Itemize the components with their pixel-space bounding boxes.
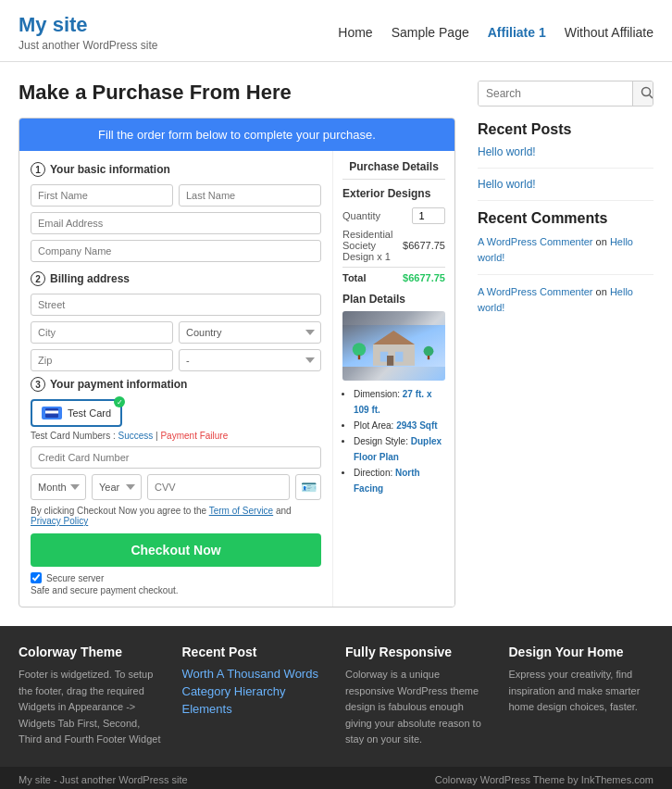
last-name-input[interactable] [179,184,321,207]
footer-post-link-2[interactable]: Elements [182,702,328,716]
svg-rect-6 [380,352,388,362]
plan-detail-3: Direction: North Facing [354,465,445,496]
section1-title: 1 Your basic information [31,162,321,177]
terms-note: By clicking Checkout Now you agree to th… [31,506,321,526]
site-header: My site Just another WordPress site Home… [0,0,672,62]
site-branding: My site Just another WordPress site [19,13,158,52]
plan-detail-1: Plot Area: 2943 Sqft [354,418,445,433]
item-label: Residential Society Design x 1 [342,229,403,262]
svg-rect-4 [373,344,415,366]
first-name-input[interactable] [31,184,173,207]
main-content: Make a Purchase From Here Fill the order… [19,81,455,607]
section2-num: 2 [31,271,45,286]
privacy-link[interactable]: Privacy Policy [31,516,88,526]
site-tagline: Just another WordPress site [19,39,158,52]
footer-col2-title: Recent Post [182,645,328,659]
secure-label: Secure server [46,573,104,583]
search-input[interactable] [479,81,632,106]
svg-point-13 [642,87,651,95]
footer-main: Colorway Theme Footer is widgetized. To … [0,626,672,767]
comment-author-0[interactable]: A WordPress Commenter [478,236,593,247]
comment-author-1[interactable]: A WordPress Commenter [478,286,593,297]
quantity-input[interactable] [412,207,445,224]
section2-label: Billing address [50,272,130,285]
page-title: Make a Purchase From Here [19,81,455,105]
svg-point-9 [353,343,366,356]
footer-bottom: My site - Just another WordPress site Co… [0,767,672,789]
sidebar: Recent Posts Hello world! Hello world! R… [478,81,653,607]
section3-title: 3 Your payment information [31,377,321,392]
footer-col3-text: Colorway is a unique responsive WordPres… [345,667,491,748]
card-check-icon: ✓ [114,396,125,407]
country-select[interactable]: Country [179,321,321,344]
test-card-note: Test Card Numbers : Success | Payment Fa… [31,431,321,441]
nav-home[interactable]: Home [338,25,372,40]
post-link-1[interactable]: Hello world! [478,178,653,191]
footer-col-4: Design Your Home Express your creativity… [509,645,654,748]
search-icon [641,86,653,99]
divider-2 [478,200,653,201]
cc-number-input[interactable] [31,446,321,469]
plan-title: Plan Details [342,293,445,306]
footer-col-2: Recent Post Worth A Thousand Words Categ… [182,645,328,748]
month-select[interactable]: Month [31,474,86,500]
terms-link[interactable]: Term of Service [209,506,273,516]
svg-rect-8 [387,356,393,366]
footer-col3-title: Fully Responsive [345,645,491,659]
post-link-0[interactable]: Hello world! [478,145,653,158]
comment-0: A WordPress Commenter on Hello world! [478,234,653,265]
success-link[interactable]: Success [118,431,153,441]
section2-title: 2 Billing address [31,271,321,286]
nav-without-affiliate[interactable]: Without Affiliate [565,25,653,40]
footer-col-1: Colorway Theme Footer is widgetized. To … [19,645,164,748]
company-input[interactable] [31,240,321,262]
secure-checkbox[interactable] [31,572,42,583]
main-nav: Home Sample Page Affiliate 1 Without Aff… [338,25,653,40]
footer-col4-title: Design Your Home [509,645,654,659]
footer-col4-text: Express your creativity, find inspiratio… [509,667,654,716]
plan-detail-2: Design Style: Duplex Floor Plan [354,433,445,465]
checkout-button[interactable]: Checkout Now [31,533,321,567]
total-label: Total [342,272,366,283]
test-card-button[interactable]: Test Card ✓ [31,399,122,427]
secure-desc: Safe and secure payment checkout. [31,585,321,595]
section3-label: Your payment information [50,378,187,391]
cvv-input[interactable] [147,474,290,500]
footer-post-link-1[interactable]: Category Hierarchy [182,684,328,698]
zip-input[interactable] [31,349,173,371]
item-row: Residential Society Design x 1 $6677.75 [342,229,445,262]
footer-bottom-right: Colorway WordPress Theme by InkThemes.co… [435,774,653,785]
form-fields: 1 Your basic information 2 Billing addre… [19,151,333,607]
total-price: $6677.75 [403,272,445,283]
section3-num: 3 [31,377,45,392]
footer-post-link-0[interactable]: Worth A Thousand Words [182,667,318,681]
zip-extra-select[interactable]: - [179,349,321,371]
divider-1 [478,168,653,169]
city-input[interactable] [31,321,173,344]
purchase-title: Purchase Details [342,160,445,180]
year-select[interactable]: Year [92,474,142,500]
quantity-label: Quantity [342,210,380,221]
street-input[interactable] [31,294,321,316]
section1-label: Your basic information [50,163,170,176]
card-flip-icon: 🪪 [295,474,321,500]
footer-bottom-left: My site - Just another WordPress site [19,774,188,785]
form-header: Fill the order form below to complete yo… [19,119,454,151]
failure-link[interactable]: Payment Failure [160,431,228,441]
search-button[interactable] [632,81,653,106]
section1-num: 1 [31,162,45,177]
comment-1: A WordPress Commenter on Hello world! [478,284,653,315]
plan-image [342,311,445,381]
total-row: Total $6677.75 [342,267,445,283]
svg-point-11 [424,346,434,357]
svg-rect-12 [428,356,429,359]
card-label: Test Card [68,407,111,419]
nav-affiliate1[interactable]: Affiliate 1 [488,25,546,40]
footer-col-3: Fully Responsive Colorway is a unique re… [345,645,491,748]
footer-col1-text: Footer is widgetized. To setup the foote… [19,667,164,748]
email-input[interactable] [31,212,321,234]
site-title: My site [19,13,158,37]
plan-details: Dimension: 27 ft. x 109 ft. Plot Area: 2… [342,386,445,496]
nav-sample-page[interactable]: Sample Page [392,25,469,40]
svg-rect-1 [45,411,58,414]
